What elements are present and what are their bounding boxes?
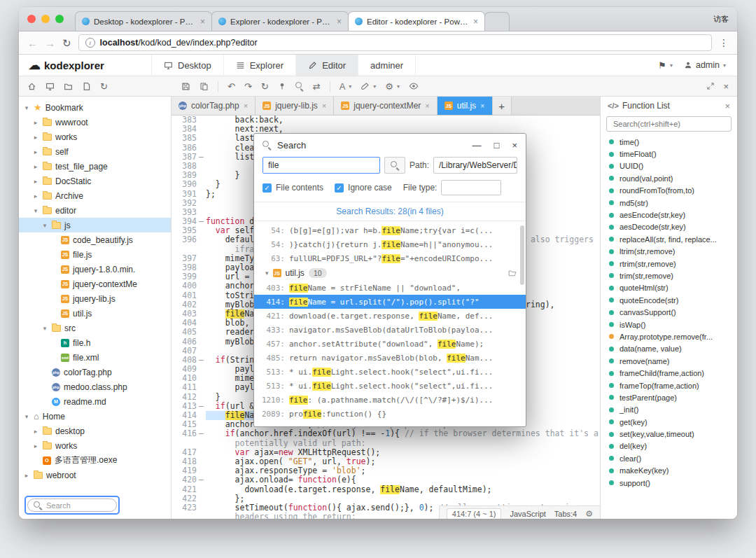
fold-marker-icon[interactable]: – <box>197 153 206 162</box>
tabs-count[interactable]: Tabs:4 <box>554 510 577 518</box>
undo-button[interactable]: ↶ <box>227 82 235 91</box>
file-contents-checkbox[interactable] <box>262 183 272 193</box>
gear-icon[interactable]: ⚙ <box>585 509 593 519</box>
preview-button[interactable] <box>409 81 419 91</box>
search-result-row[interactable]: 2089:profile:function() {} <box>254 407 526 421</box>
expand-arrow-icon[interactable]: ▸ <box>23 472 30 479</box>
search-button[interactable] <box>384 157 405 174</box>
expand-arrow-icon[interactable]: ▸ <box>32 119 39 126</box>
close-window-button[interactable] <box>27 15 36 23</box>
function-list-item[interactable]: ltrim(str,remove) <box>601 246 737 258</box>
nav-item-editor[interactable]: Editor <box>296 55 358 76</box>
nav-item-explorer[interactable]: Explorer <box>224 55 296 76</box>
tree-item-wwwroot[interactable]: ▸wwwroot <box>19 115 171 130</box>
minimize-icon[interactable]: — <box>472 140 482 151</box>
tab-close-icon[interactable]: × <box>244 102 248 110</box>
tree-item-jquery-contextMe[interactable]: JSjquery-contextMe <box>19 277 171 291</box>
search-result-row[interactable]: 433:navigator.msSaveBlob(dataUrlToBlob(p… <box>254 323 526 337</box>
app-logo[interactable]: ☁ kodexplorer <box>19 55 152 76</box>
nav-item-adminer[interactable]: adminer <box>358 55 416 76</box>
user-menu[interactable]: admin ▾ <box>684 60 726 70</box>
tree-item-jquery-lib.js[interactable]: JSjquery-lib.js <box>19 291 171 306</box>
tree-item-Bookmark[interactable]: ▾★Bookmark <box>19 100 171 115</box>
pin-button[interactable] <box>278 82 286 90</box>
language-mode[interactable]: JavaScript <box>510 510 545 518</box>
function-list-item[interactable]: replaceAll(str, find, replace... <box>601 233 737 245</box>
function-list-item[interactable]: canvasSupport() <box>601 306 737 318</box>
function-list-item[interactable]: quoteEncode(str) <box>601 294 737 306</box>
function-list-item[interactable]: Array.prototype.remove(fr... <box>601 330 737 342</box>
result-group-util.js[interactable]: ▾JSutil.js10 <box>254 265 526 281</box>
tree-item-self[interactable]: ▸self <box>19 144 171 159</box>
editor-tab-jquery-lib.js[interactable]: JSjquery-lib.js× <box>255 97 334 115</box>
tab-close-icon[interactable]: × <box>200 17 205 27</box>
function-list-item[interactable]: testParent(page) <box>601 391 737 403</box>
function-list-item[interactable]: data(name, value) <box>601 343 737 355</box>
search-result-row[interactable]: 54:(b[g]=e[g]);var h=b.fileName;try{var … <box>254 223 526 237</box>
function-list-item[interactable]: get(key) <box>601 416 737 428</box>
tree-item-colorTag.php[interactable]: phpcolorTag.php <box>19 365 171 379</box>
browser-menu-icon[interactable]: ⋮ <box>719 37 729 48</box>
tree-item-works[interactable]: ▸works <box>19 130 171 144</box>
font-size-button[interactable]: A▾ <box>340 82 352 91</box>
sidebar-search-input[interactable]: Search <box>27 498 117 512</box>
tab-close-icon[interactable]: × <box>425 102 429 110</box>
function-list-item[interactable]: del(key) <box>601 440 737 452</box>
function-search[interactable] <box>606 116 732 132</box>
fold-marker-icon[interactable]: – <box>197 429 206 438</box>
language-menu[interactable]: ⚑ ▾ <box>658 60 673 71</box>
tree-item-Archive[interactable]: ▸Archive <box>19 188 171 203</box>
expand-arrow-icon[interactable]: ▸ <box>32 148 39 155</box>
function-list-item[interactable]: aesDecode(str,key) <box>601 221 737 233</box>
expand-arrow-icon[interactable]: ▾ <box>32 207 39 214</box>
fold-marker-icon[interactable]: – <box>197 402 206 411</box>
tree-item-test_file_page[interactable]: ▸test_file_page <box>19 159 171 174</box>
ignore-case-checkbox[interactable] <box>335 183 344 193</box>
tree-item-editor[interactable]: ▾editor <box>19 203 171 218</box>
browser-tab[interactable]: Editor - kodexplorer - Powered× <box>348 11 485 31</box>
tree-item-多语言管理.oexe[interactable]: O多语言管理.oexe <box>19 453 171 468</box>
tree-item-code_beautify.js[interactable]: JScode_beautify.js <box>19 232 171 247</box>
code-line[interactable]: 383 back:back, <box>172 116 600 125</box>
search-result-row[interactable]: 63:fullURL=PDFJS_URL+"?file="+encodeURIC… <box>254 251 526 265</box>
forward-icon[interactable]: → <box>45 38 55 48</box>
browser-tab[interactable]: Explorer - kodexplorer - Powe× <box>211 11 349 31</box>
dialog-titlebar[interactable]: Search — □ × <box>254 134 526 156</box>
expand-arrow-icon[interactable]: ▸ <box>32 134 39 141</box>
expand-arrow-icon[interactable]: ▾ <box>41 325 48 332</box>
settings-button[interactable]: ⚙▾ <box>385 82 400 91</box>
code-line[interactable]: 417 var ajax=new XMLHttpRequest(); <box>172 448 600 457</box>
fold-marker-icon[interactable]: – <box>197 217 206 226</box>
search-result-row[interactable]: 513:* ui.fileLight.select.hook("select",… <box>254 365 526 379</box>
desktop-button[interactable] <box>46 82 55 91</box>
expand-arrow-icon[interactable]: ▾ <box>41 222 48 229</box>
search-result-row[interactable]: 421:download(e.target.response, fileName… <box>254 309 526 323</box>
search-result-row[interactable]: 54:)}catch(j){return j.fileName=h||"anon… <box>254 237 526 251</box>
search-result-row[interactable]: 403:fileName = strFileName || "download"… <box>254 281 526 295</box>
code-line[interactable]: 416– if(anchor.href.indexOf(url) !== -1)… <box>172 429 600 438</box>
expand-arrow-icon[interactable]: ▸ <box>32 178 39 185</box>
maximize-icon[interactable]: □ <box>494 140 500 151</box>
search-button[interactable] <box>295 82 304 90</box>
home-button[interactable] <box>27 82 36 91</box>
editor-tab-colorTag.php[interactable]: phpcolorTag.php× <box>172 97 255 115</box>
tab-close-icon[interactable]: × <box>337 17 342 27</box>
refresh-button[interactable]: ↻ <box>100 82 108 91</box>
open-folder-icon[interactable] <box>507 269 517 277</box>
tree-item-jquery-1.8.0.min.[interactable]: JSjquery-1.8.0.min. <box>19 262 171 277</box>
expand-arrow-icon[interactable]: ▸ <box>32 193 39 200</box>
function-list-item[interactable]: support() <box>601 477 737 489</box>
code-line[interactable]: 421 download(e.target.response, fileName… <box>172 485 600 494</box>
function-list-item[interactable]: set(key,value,timeout) <box>601 428 737 440</box>
editor-tab-util.js[interactable]: JSutil.js× <box>438 97 493 115</box>
url-field[interactable]: i localhost/kod/kod_dev/index.php?editor <box>78 34 712 51</box>
function-list-item[interactable]: round(val,point) <box>601 172 737 184</box>
search-result-row[interactable]: 485:return navigator.msSaveBlob(blob, fi… <box>254 351 526 365</box>
function-list-item[interactable]: UUID() <box>601 160 737 172</box>
function-list-item[interactable]: isWap() <box>601 319 737 330</box>
function-list-item[interactable]: frameChild(frame,action) <box>601 367 737 379</box>
function-search-input[interactable] <box>612 119 726 129</box>
file-type-input[interactable] <box>441 180 501 195</box>
paste-button[interactable] <box>200 82 209 91</box>
reload-icon[interactable]: ↻ <box>62 38 71 48</box>
